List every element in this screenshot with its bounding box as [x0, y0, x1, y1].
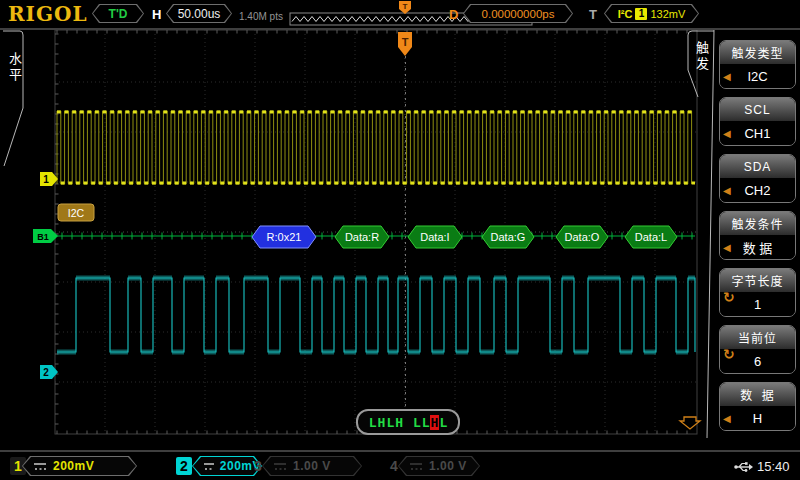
menu-item-scl[interactable]: SCL ◀ CH1: [719, 97, 796, 146]
menu-item-value: ◀ H: [720, 406, 795, 430]
menu-value-text: 数 据: [743, 238, 773, 257]
bit-char: L: [421, 415, 430, 430]
svg-text:2: 2: [43, 367, 49, 378]
menu-value-text: CH1: [744, 126, 770, 141]
bit-char: L: [412, 415, 421, 430]
menu-value-text: 1: [754, 297, 761, 312]
svg-text:Data:L: Data:L: [635, 231, 667, 243]
waveform-area: TI2CR:0x21Data:RData:IData:GData:OData:L…: [0, 28, 800, 450]
menu-value-text: H: [753, 411, 762, 426]
svg-text:B1: B1: [37, 232, 49, 242]
channel-3-scale: 1.00 V: [293, 459, 331, 473]
bit-char: L: [386, 415, 395, 430]
horizontal-label: H: [152, 7, 161, 22]
menu-value-text: I2C: [747, 69, 767, 84]
left-arrow-icon: ◀: [723, 413, 731, 424]
svg-text:Data:R: Data:R: [345, 231, 379, 243]
trigger-status-text: T'D: [109, 7, 128, 21]
bit-highlighted: H: [430, 415, 439, 430]
left-arrow-icon: ◀: [723, 242, 731, 253]
rigol-logo: RIGOL: [8, 2, 88, 26]
svg-text:R:0x21: R:0x21: [267, 231, 302, 243]
timebase-value: 50.00us: [178, 7, 221, 21]
delay-badge[interactable]: 0.00000000ps: [463, 4, 573, 23]
menu-item-value: ↻ 1: [720, 292, 795, 316]
rotate-icon: ↻: [723, 289, 735, 305]
trigger-status-badge[interactable]: T'D: [92, 4, 144, 23]
menu-item-title: SDA: [720, 155, 795, 178]
channel-4-scale: 1.00 V: [429, 459, 467, 473]
delay-label: D: [449, 7, 458, 22]
tab-trigger[interactable]: 触发: [692, 41, 711, 73]
left-arrow-icon: ◀: [723, 128, 731, 139]
usb-icon: [733, 461, 753, 473]
top-status-bar: RIGOL T'D H 50.00us 1.40M pts T D 0.0000…: [0, 0, 800, 30]
menu-item-title: 触发条件: [720, 212, 795, 235]
timebase-badge[interactable]: 50.00us: [166, 4, 232, 23]
left-arrow-icon: ◀: [723, 71, 731, 82]
svg-text:T: T: [403, 2, 408, 11]
menu-item-title: 数 据: [720, 383, 795, 406]
dc-coupling-icon: [409, 461, 423, 471]
bit-char: L: [368, 415, 377, 430]
waveform-display[interactable]: TI2CR:0x21Data:RData:IData:GData:OData:L…: [0, 28, 800, 450]
trigger-info-badge[interactable]: I²C 1 132mV: [604, 4, 699, 23]
bit-char: [404, 415, 413, 430]
menu-item-byte-length[interactable]: 字节长度 ↻ 1: [719, 268, 796, 317]
channel-2-number: 2: [176, 457, 192, 475]
menu-item-trigger-type[interactable]: 触发类型 ◀ I2C: [719, 40, 796, 89]
menu-item-trigger-condition[interactable]: 触发条件 ◀ 数 据: [719, 211, 796, 260]
oscilloscope-screen: RIGOL T'D H 50.00us 1.40M pts T D 0.0000…: [0, 0, 800, 480]
left-arrow-icon: ◀: [723, 185, 731, 196]
menu-item-value: ◀ CH1: [720, 121, 795, 145]
bit-pattern-indicator: LHLH LLHL: [356, 409, 460, 435]
trigger-label: T: [589, 7, 597, 22]
menu-item-current-bit[interactable]: 当前位 ↻ 6: [719, 325, 796, 374]
memory-depth: 1.40M pts: [239, 11, 283, 22]
bit-char: L: [439, 415, 448, 430]
delay-value: 0.00000000ps: [482, 8, 555, 20]
menu-value-text: 6: [754, 354, 761, 369]
channel-1-scale: 200mV: [53, 459, 94, 473]
dc-coupling-icon: [203, 461, 214, 471]
svg-text:Data:I: Data:I: [420, 231, 449, 243]
rotate-icon: ↻: [723, 346, 735, 362]
tab-horizontal[interactable]: 水平: [5, 52, 24, 84]
menu-item-value: ◀ 数 据: [720, 235, 795, 259]
menu-item-sda[interactable]: SDA ◀ CH2: [719, 154, 796, 203]
menu-item-value: ↻ 6: [720, 349, 795, 373]
svg-text:I2C: I2C: [68, 207, 85, 219]
dc-coupling-icon: [273, 461, 287, 471]
channel-status-bar: 1 200mV 2 200mV 3 1.00 V 4 1.00 V 15:40: [0, 450, 800, 480]
dc-coupling-icon: [33, 461, 47, 471]
menu-item-title: 触发类型: [720, 41, 795, 64]
menu-value-text: CH2: [744, 183, 770, 198]
menu-item-data[interactable]: 数 据 ◀ H: [719, 382, 796, 431]
svg-text:T: T: [402, 36, 409, 48]
menu-item-title: SCL: [720, 98, 795, 121]
bit-char: H: [395, 415, 404, 430]
svg-text:Data:G: Data:G: [491, 231, 526, 243]
menu-item-value: ◀ CH2: [720, 178, 795, 202]
trigger-type-text: I²C: [618, 8, 633, 20]
clock-time: 15:40: [757, 459, 790, 474]
trigger-level-text: 132mV: [650, 8, 685, 20]
trigger-source-badge: 1: [635, 8, 647, 20]
menu-item-value: ◀ I2C: [720, 64, 795, 88]
svg-text:Data:O: Data:O: [565, 231, 600, 243]
svg-text:1: 1: [43, 174, 49, 185]
bit-char: H: [377, 415, 386, 430]
